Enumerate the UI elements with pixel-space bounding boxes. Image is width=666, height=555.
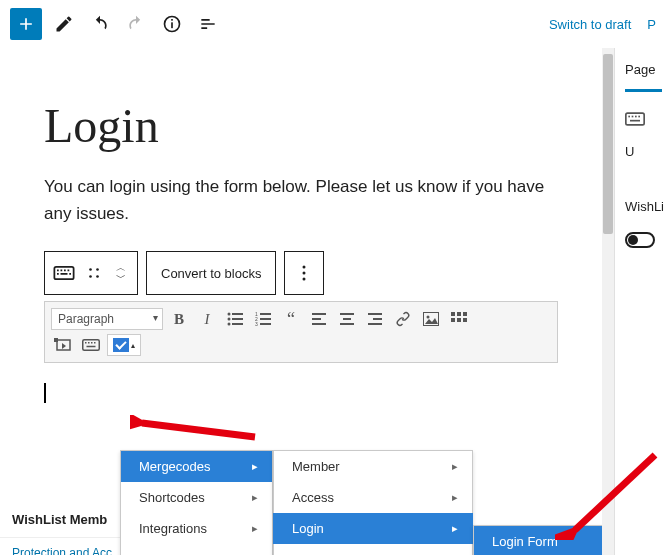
svg-rect-59: [638, 116, 640, 118]
link-button[interactable]: [391, 308, 415, 330]
move-up-down[interactable]: ︿ ﹀: [109, 255, 133, 291]
svg-rect-44: [451, 318, 455, 322]
menu1-item-3[interactable]: Add-ons▸: [121, 544, 272, 555]
info-icon[interactable]: [158, 10, 186, 38]
svg-rect-19: [232, 313, 243, 315]
menu-item-label: Login Form: [492, 534, 558, 549]
chevron-right-icon: ▸: [252, 522, 258, 535]
svg-rect-48: [54, 338, 58, 342]
svg-rect-50: [85, 342, 87, 344]
switch-to-draft-link[interactable]: Switch to draft: [549, 17, 631, 32]
svg-rect-1: [171, 22, 173, 28]
page-title[interactable]: Login: [44, 98, 558, 153]
block-more-options[interactable]: [284, 251, 324, 295]
editor-caret[interactable]: [44, 383, 46, 403]
edit-icon[interactable]: [50, 10, 78, 38]
align-left-button[interactable]: [307, 308, 331, 330]
outline-icon[interactable]: [194, 10, 222, 38]
menu2-item-0[interactable]: Member▸: [274, 451, 472, 482]
svg-rect-4: [57, 270, 59, 272]
insert-keyboard-button[interactable]: [79, 334, 103, 356]
chevron-down-icon[interactable]: ﹀: [116, 273, 126, 283]
intro-paragraph[interactable]: You can login using the form below. Plea…: [44, 173, 558, 227]
chevron-right-icon: ▸: [252, 460, 258, 473]
chevron-right-icon: ▸: [452, 491, 458, 504]
svg-point-14: [96, 276, 99, 279]
sidebar-row-url: U: [625, 144, 662, 159]
svg-rect-37: [373, 318, 382, 320]
menu-item-label: Mergecodes: [139, 459, 211, 474]
keyboard-icon[interactable]: [49, 255, 79, 291]
wishlist-toggle[interactable]: [625, 232, 655, 248]
svg-rect-32: [312, 323, 326, 325]
menu1-item-0[interactable]: Mergecodes▸: [121, 451, 272, 482]
blockquote-button[interactable]: “: [279, 308, 303, 330]
wishlist-menu-level2: Member▸Access▸Login▸Profile▸Address▸: [273, 450, 473, 555]
format-select[interactable]: Paragraph: [51, 308, 163, 330]
scrollbar-thumb[interactable]: [603, 54, 613, 234]
svg-point-17: [303, 278, 306, 281]
toolbar-toggle-button[interactable]: [447, 308, 471, 330]
wishlist-label-truncated: WishLi: [625, 199, 664, 214]
svg-rect-23: [232, 323, 243, 325]
align-right-button[interactable]: [363, 308, 387, 330]
menu-item-label: Access: [292, 490, 334, 505]
svg-rect-21: [232, 318, 243, 320]
preview-link-truncated[interactable]: P: [647, 17, 656, 32]
classic-block-toolbar: ︿ ﹀ Convert to blocks: [44, 251, 558, 295]
dropdown-triangle-icon: ▴: [131, 341, 135, 350]
menu2-item-3[interactable]: Profile▸: [274, 544, 472, 555]
svg-point-20: [228, 318, 231, 321]
svg-point-22: [228, 323, 231, 326]
chevron-right-icon: ▸: [452, 522, 458, 535]
keyboard-icon: [625, 112, 645, 126]
convert-to-blocks-button[interactable]: Convert to blocks: [146, 251, 276, 295]
sidebar-row-wishlist-label: WishLi: [625, 199, 662, 214]
svg-rect-56: [628, 116, 630, 118]
menu1-item-1[interactable]: Shortcodes▸: [121, 482, 272, 513]
sidebar-row-keyboard: [625, 112, 662, 126]
insert-image-button[interactable]: [419, 308, 443, 330]
svg-rect-38: [368, 323, 382, 325]
svg-rect-5: [61, 270, 63, 272]
svg-rect-36: [368, 313, 382, 315]
svg-rect-29: [260, 323, 271, 325]
svg-point-18: [228, 313, 231, 316]
svg-rect-58: [635, 116, 637, 118]
bold-button[interactable]: B: [167, 308, 191, 330]
sidebar-row-toggle: [625, 232, 662, 248]
menu2-item-1[interactable]: Access▸: [274, 482, 472, 513]
svg-rect-34: [343, 318, 351, 320]
editor-scrollbar[interactable]: [602, 48, 614, 555]
menu2-item-2[interactable]: Login▸: [273, 513, 473, 544]
svg-rect-45: [457, 318, 461, 322]
editor-top-toolbar: Switch to draft P: [0, 0, 666, 48]
bullet-list-button[interactable]: [223, 308, 247, 330]
svg-text:3: 3: [255, 321, 258, 326]
svg-point-15: [303, 266, 306, 269]
italic-button[interactable]: I: [195, 308, 219, 330]
undo-icon[interactable]: [86, 10, 114, 38]
align-center-button[interactable]: [335, 308, 359, 330]
svg-rect-7: [68, 270, 70, 272]
sidebar-tab-page[interactable]: Page: [625, 62, 662, 92]
drag-handle-icon[interactable]: [79, 255, 109, 291]
svg-rect-60: [630, 120, 640, 122]
wishlist-dropdown-button[interactable]: ▴: [107, 334, 141, 356]
add-block-button[interactable]: [10, 8, 42, 40]
wishlist-check-icon: [113, 338, 129, 352]
svg-rect-33: [340, 313, 354, 315]
svg-point-40: [427, 316, 430, 319]
numbered-list-button[interactable]: 123: [251, 308, 275, 330]
svg-point-13: [89, 276, 92, 279]
svg-rect-25: [260, 313, 271, 315]
more-vertical-icon: [289, 255, 319, 291]
svg-rect-46: [463, 318, 467, 322]
url-label-truncated: U: [625, 144, 634, 159]
settings-sidebar: Page U WishLi: [614, 48, 666, 555]
add-media-button[interactable]: [51, 334, 75, 356]
svg-rect-57: [632, 116, 634, 118]
chevron-right-icon: ▸: [452, 460, 458, 473]
menu1-item-2[interactable]: Integrations▸: [121, 513, 272, 544]
menu-item-label: Integrations: [139, 521, 207, 536]
